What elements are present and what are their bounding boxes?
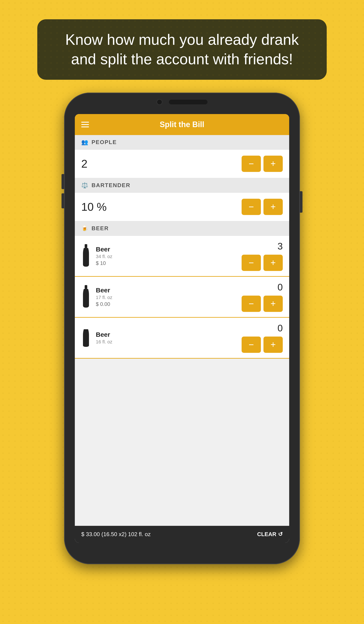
beer-1-decrement-button[interactable]: − <box>242 255 261 271</box>
beer-bottle-1 <box>81 244 91 268</box>
beer-name-1: Beer <box>96 246 112 253</box>
beer-count-1: 3 <box>278 241 283 252</box>
beer-name-2: Beer <box>96 286 112 294</box>
power-button[interactable] <box>300 191 303 213</box>
svg-rect-1 <box>85 285 87 289</box>
phone-body: Split the Bill 👥 PEOPLE 2 − + <box>64 93 300 564</box>
beer-info-3: Beer 16 fl. oz <box>96 331 112 345</box>
people-control-row: 2 − + <box>75 150 289 178</box>
phone-screen: Split the Bill 👥 PEOPLE 2 − + <box>75 114 289 543</box>
beer-item-3: Beer 16 fl. oz 0 − + <box>75 318 289 359</box>
camera <box>156 99 162 105</box>
beer-3-increment-button[interactable]: + <box>263 337 283 353</box>
phone-device: Split the Bill 👥 PEOPLE 2 − + <box>64 93 300 564</box>
vol-down-button[interactable] <box>61 193 64 208</box>
bartender-decrement-button[interactable]: − <box>242 199 261 215</box>
beer-item-2-left: Beer 17 fl. oz $ 0.00 <box>81 285 112 309</box>
volume-buttons <box>61 174 64 208</box>
svg-rect-0 <box>85 244 87 248</box>
beer-3-decrement-button[interactable]: − <box>242 337 261 353</box>
app-title: Split the Bill <box>160 120 204 129</box>
beer-count-3: 0 <box>278 323 283 334</box>
beer-2-decrement-button[interactable]: − <box>242 296 261 312</box>
vol-up-button[interactable] <box>61 174 64 189</box>
bartender-btn-group: − + <box>242 199 283 215</box>
bottom-bar: $ 33.00 (16.50 x2) 102 fl. oz CLEAR ↺ <box>75 526 289 543</box>
hamburger-line <box>81 127 89 127</box>
clear-label: CLEAR <box>257 531 276 538</box>
beer-info-2: Beer 17 fl. oz $ 0.00 <box>96 286 112 307</box>
app-bar: Split the Bill <box>75 114 289 135</box>
beer-label: BEER <box>92 225 109 232</box>
header-text-2: and split the account with friends! <box>71 51 293 68</box>
beer-2-btn-group: − + <box>242 296 283 312</box>
beer-count-2: 0 <box>278 282 283 293</box>
beer-price-1: $ 10 <box>96 260 112 266</box>
bartender-icon: ⚖️ <box>81 182 88 189</box>
people-section-header: 👥 PEOPLE <box>75 135 289 150</box>
header-bubble: Know how much you already drank and spli… <box>37 19 327 80</box>
people-increment-button[interactable]: + <box>263 156 283 172</box>
beer-1-btn-group: − + <box>242 255 283 271</box>
beer-item-2-right: 0 − + <box>242 282 283 312</box>
beer-item-1-left: Beer 34 fl. oz $ 10 <box>81 244 112 268</box>
people-value: 2 <box>81 157 87 170</box>
beer-price-2: $ 0.00 <box>96 301 112 307</box>
beer-name-3: Beer <box>96 331 112 338</box>
refresh-icon: ↺ <box>278 531 283 538</box>
hamburger-menu[interactable] <box>81 122 89 127</box>
beer-bottle-3 <box>81 326 91 350</box>
people-btn-group: − + <box>242 156 283 172</box>
total-display: $ 33.00 (16.50 x2) 102 fl. oz <box>81 531 151 538</box>
people-decrement-button[interactable]: − <box>242 156 261 172</box>
bartender-increment-button[interactable]: + <box>263 199 283 215</box>
header-text: Know how much you already drank <box>65 31 299 48</box>
beer-info-1: Beer 34 fl. oz $ 10 <box>96 246 112 266</box>
phone-top <box>156 99 208 105</box>
beer-2-increment-button[interactable]: + <box>263 296 283 312</box>
beer-item-3-left: Beer 16 fl. oz <box>81 326 112 350</box>
content-area: 👥 PEOPLE 2 − + ⚖️ BARTENDER <box>75 135 289 526</box>
beer-bottle-2 <box>81 285 91 309</box>
beer-3-btn-group: − + <box>242 337 283 353</box>
hamburger-line <box>81 122 89 123</box>
beer-item-1-right: 3 − + <box>242 241 283 271</box>
bartender-control-row: 10 % − + <box>75 193 289 221</box>
clear-button[interactable]: CLEAR ↺ <box>257 531 283 538</box>
speaker <box>169 100 208 104</box>
bartender-label: BARTENDER <box>92 182 130 189</box>
beer-section-header: 🍺 BEER <box>75 221 289 236</box>
beer-item-3-right: 0 − + <box>242 323 283 353</box>
bartender-value: 10 % <box>81 200 107 213</box>
beer-1-increment-button[interactable]: + <box>263 255 283 271</box>
beer-item-1: Beer 34 fl. oz $ 10 3 − + <box>75 236 289 277</box>
people-icon: 👥 <box>81 139 88 146</box>
bartender-section-header: ⚖️ BARTENDER <box>75 178 289 193</box>
beer-size-3: 16 fl. oz <box>96 339 112 345</box>
beer-size-2: 17 fl. oz <box>96 295 112 300</box>
beer-size-1: 34 fl. oz <box>96 254 112 259</box>
people-label: PEOPLE <box>92 139 117 146</box>
hamburger-line <box>81 124 89 125</box>
beer-item-2: Beer 17 fl. oz $ 0.00 0 − + <box>75 277 289 318</box>
beer-icon: 🍺 <box>81 225 88 232</box>
